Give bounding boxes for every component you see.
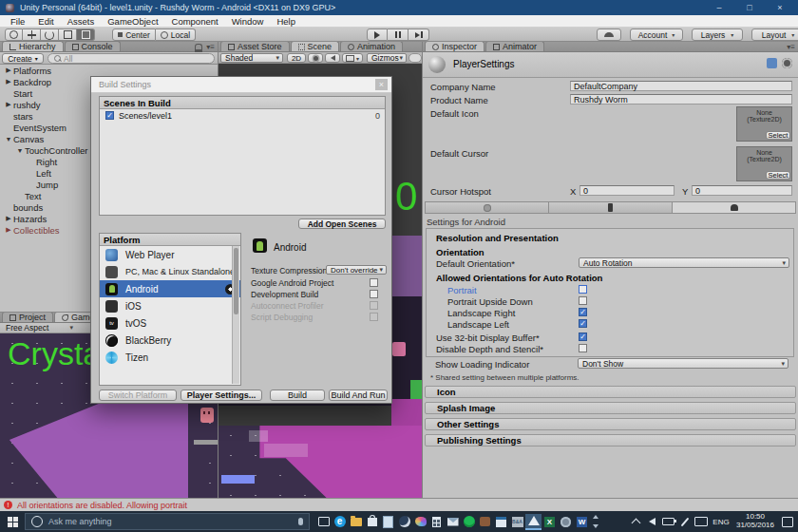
foldout-closed-icon[interactable]: ▶ xyxy=(4,78,13,86)
scene-list-row[interactable]: ✓ Scenes/level1 0 xyxy=(100,109,385,122)
play-button[interactable] xyxy=(367,28,388,41)
player-settings-button[interactable]: Player Settings... xyxy=(180,390,262,401)
layout-dropdown[interactable]: Layout▾ xyxy=(751,28,798,41)
minimize-button[interactable]: – xyxy=(707,1,732,14)
tab-scene[interactable]: Scene xyxy=(291,42,340,51)
section-splash-image[interactable]: Splash Image xyxy=(425,402,796,414)
rect-tool-button[interactable] xyxy=(77,28,95,41)
tab-hierarchy[interactable]: Hierarchy xyxy=(2,41,64,51)
development-build-checkbox[interactable] xyxy=(370,290,378,298)
taskbar-app-round[interactable] xyxy=(558,514,574,530)
tab-console[interactable]: Console xyxy=(65,41,121,51)
move-tool-button[interactable] xyxy=(23,28,41,41)
gizmos-dropdown[interactable]: Gizmos xyxy=(367,53,407,63)
taskbar-excel[interactable]: X xyxy=(542,514,558,530)
taskbar-mail[interactable] xyxy=(445,514,461,530)
default-icon-slot[interactable]: None(Texture2D) Select xyxy=(736,106,792,142)
platform-row-standalone[interactable]: PC, Mac & Linux Standalone xyxy=(100,263,240,280)
portrait-checkbox[interactable] xyxy=(579,285,587,294)
build-button[interactable]: Build xyxy=(270,390,325,401)
shading-mode-dropdown[interactable]: Shaded xyxy=(220,53,283,63)
menu-gameobject[interactable]: GameObject xyxy=(101,16,164,27)
platform-row-blackberry[interactable]: BlackBerry xyxy=(100,332,240,349)
texture-compression-dropdown[interactable]: Don't override xyxy=(326,265,387,275)
platform-tab-ios[interactable] xyxy=(549,201,673,214)
layers-dropdown[interactable]: Layers▾ xyxy=(692,28,743,41)
taskbar-game-app[interactable] xyxy=(477,514,493,530)
aspect-ratio-dropdown[interactable]: Free Aspect xyxy=(2,323,76,332)
taskbar-store[interactable] xyxy=(364,514,380,530)
company-name-field[interactable]: DefaultCompany xyxy=(570,81,792,91)
tray-chevron[interactable] xyxy=(628,514,644,530)
tray-volume[interactable] xyxy=(644,514,660,530)
tray-battery[interactable] xyxy=(660,514,676,530)
menu-assets[interactable]: Assets xyxy=(61,16,102,27)
taskbar-unity-active[interactable] xyxy=(525,514,542,530)
platform-row-tvos[interactable]: tvtvOS xyxy=(100,314,240,332)
menu-edit[interactable]: Edit xyxy=(31,16,60,27)
panel-menu-icon[interactable]: ▾≡ xyxy=(206,43,215,51)
platform-row-ios[interactable]: iOS xyxy=(100,297,240,314)
tab-animation[interactable]: Animation xyxy=(340,42,403,51)
tray-notifications[interactable] xyxy=(777,514,798,530)
cloud-button[interactable] xyxy=(597,28,621,41)
tab-project[interactable]: Project xyxy=(2,312,53,322)
effects-dropdown[interactable]: ▾ xyxy=(342,53,363,63)
default-orientation-dropdown[interactable]: Auto Rotation xyxy=(579,257,789,268)
product-name-field[interactable]: Rushdy Worm xyxy=(570,94,792,104)
2d-toggle-button[interactable]: 2D xyxy=(287,53,306,63)
scene-search-input[interactable] xyxy=(408,53,422,63)
section-other-settings[interactable]: Other Settings xyxy=(425,418,796,430)
dialog-close-button[interactable]: × xyxy=(375,79,388,90)
tab-inspector[interactable]: Inspector xyxy=(425,42,484,51)
foldout-closed-icon[interactable]: ▶ xyxy=(4,215,13,222)
default-icon-select-button[interactable]: Select xyxy=(766,131,790,140)
step-button[interactable] xyxy=(408,28,429,41)
mic-icon[interactable] xyxy=(298,518,303,525)
audio-toggle-button[interactable] xyxy=(325,53,340,63)
tab-asset-store[interactable]: Asset Store xyxy=(220,42,290,51)
default-cursor-slot[interactable]: None(Texture2D) Select xyxy=(736,146,792,181)
taskbar-scroll-arrows[interactable] xyxy=(590,513,601,530)
taskbar-calendar[interactable] xyxy=(493,514,509,530)
landscape-left-checkbox[interactable]: ✓ xyxy=(579,319,587,328)
account-dropdown[interactable]: Account▾ xyxy=(630,28,683,41)
gear-icon[interactable] xyxy=(782,58,792,68)
rotate-tool-button[interactable] xyxy=(41,28,59,41)
show-loading-dropdown[interactable]: Don't Show xyxy=(578,358,788,369)
section-icon[interactable]: Icon xyxy=(425,386,796,398)
menu-window[interactable]: Window xyxy=(225,16,271,27)
start-button[interactable] xyxy=(0,514,25,530)
task-view-button[interactable] xyxy=(315,514,332,530)
platform-tab-web[interactable] xyxy=(425,201,549,214)
tab-animator[interactable]: Animator xyxy=(485,42,544,51)
close-button[interactable]: × xyxy=(768,1,792,14)
use32-checkbox[interactable]: ✓ xyxy=(579,332,587,341)
taskbar-spotify[interactable] xyxy=(461,514,477,530)
platform-row-webplayer[interactable]: Web Player xyxy=(100,246,240,263)
menu-file[interactable]: File xyxy=(4,16,31,27)
panel-menu-icon[interactable]: ▾≡ xyxy=(787,43,795,51)
tray-pen[interactable] xyxy=(676,514,693,530)
cortana-search-input[interactable]: Ask me anything xyxy=(25,513,310,530)
taskbar-edge[interactable]: e xyxy=(332,514,348,530)
tree-item[interactable]: ▶Platforms xyxy=(0,65,217,76)
taskbar-file-explorer[interactable] xyxy=(348,514,364,530)
google-android-project-checkbox[interactable] xyxy=(370,278,378,287)
create-button[interactable]: Create▾ xyxy=(2,53,44,64)
taskbar-calculator[interactable] xyxy=(428,514,445,530)
foldout-open-icon[interactable]: ▼ xyxy=(4,136,13,142)
foldout-open-icon[interactable]: ▼ xyxy=(15,147,25,154)
foldout-closed-icon[interactable]: ▶ xyxy=(4,226,13,234)
tray-keyboard[interactable] xyxy=(693,514,709,530)
hierarchy-search-input[interactable]: All xyxy=(48,53,215,64)
portrait-upside-checkbox[interactable] xyxy=(579,296,587,305)
taskbar-word[interactable]: W xyxy=(574,514,590,530)
add-open-scenes-button[interactable]: Add Open Scenes xyxy=(298,218,386,229)
hotspot-y-field[interactable]: 0 xyxy=(692,185,792,196)
scene-checkbox[interactable]: ✓ xyxy=(105,111,114,120)
pan-tool-button[interactable] xyxy=(5,28,23,41)
taskbar-bna-app[interactable]: B&A xyxy=(509,514,525,530)
lighting-toggle-button[interactable] xyxy=(308,53,323,63)
build-and-run-button[interactable]: Build And Run xyxy=(329,390,388,401)
